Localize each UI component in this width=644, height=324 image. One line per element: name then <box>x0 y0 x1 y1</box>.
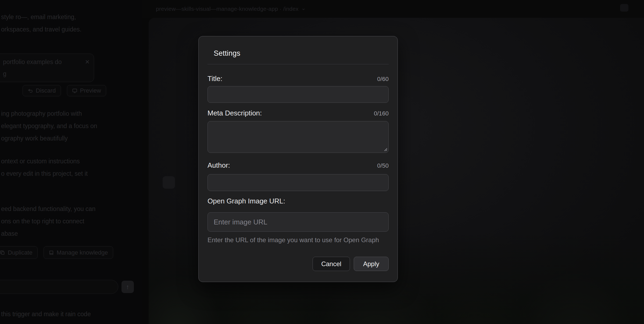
field-label-row: Open Graph Image URL: <box>207 197 389 205</box>
cancel-button[interactable]: Cancel <box>313 257 350 271</box>
field-label-row: Title: 0/60 <box>207 75 389 83</box>
author-input[interactable] <box>207 174 389 191</box>
meta-description-label: Meta Description: <box>207 109 262 117</box>
title-label: Title: <box>207 75 222 83</box>
settings-modal: Settings Title: 0/60 Meta Description: 0… <box>198 36 398 282</box>
meta-description-wrap <box>207 121 389 153</box>
modal-body: Title: 0/60 Meta Description: 0/160 Auth… <box>199 75 398 271</box>
modal-title: Settings <box>214 49 382 58</box>
modal-header: Settings <box>199 36 398 64</box>
resize-grip-icon[interactable] <box>384 147 387 151</box>
og-image-url-input[interactable] <box>207 212 389 232</box>
modal-divider <box>207 64 389 64</box>
title-input[interactable] <box>207 86 389 103</box>
apply-button[interactable]: Apply <box>354 257 389 271</box>
meta-description-counter: 0/160 <box>374 110 389 117</box>
og-image-url-helper: Enter the URL of the image you want to u… <box>207 236 389 244</box>
modal-actions: Cancel Apply <box>207 257 389 271</box>
author-counter: 0/50 <box>377 162 389 169</box>
screen: preview—skills-visual—manage-knowledge-a… <box>0 0 644 324</box>
og-image-url-label: Open Graph Image URL: <box>207 197 285 205</box>
author-label: Author: <box>207 161 230 170</box>
title-counter: 0/60 <box>377 76 389 83</box>
field-label-row: Author: 0/50 <box>207 161 389 170</box>
meta-description-textarea[interactable] <box>207 121 389 153</box>
field-label-row: Meta Description: 0/160 <box>207 109 389 117</box>
